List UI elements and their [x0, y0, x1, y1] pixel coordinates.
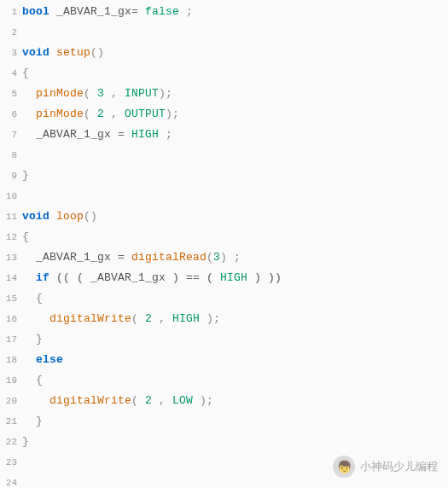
code-line: 18 else	[0, 350, 448, 370]
code-line: 17 }	[0, 329, 448, 350]
line-number: 12	[0, 227, 22, 247]
line-number: 14	[0, 268, 22, 288]
code-line: 14 if (( ( _ABVAR_1_gx ) == ( HIGH ) ))	[0, 268, 448, 288]
line-number: 4	[0, 63, 22, 84]
code-line: 9}	[0, 166, 448, 186]
line-number: 24	[0, 473, 22, 488]
code-line: 3void setup()	[0, 43, 448, 63]
code-text: {	[22, 370, 43, 391]
line-number: 7	[0, 125, 22, 145]
line-number: 9	[0, 166, 22, 186]
line-number: 16	[0, 309, 22, 329]
code-line: 22}	[0, 432, 448, 452]
line-number: 1	[0, 2, 22, 22]
line-number: 18	[0, 350, 22, 370]
code-text: digitalWrite( 2 , LOW );	[22, 391, 213, 411]
code-line: 13 _ABVAR_1_gx = digitalRead(3) ;	[0, 247, 448, 268]
code-text: {	[22, 63, 29, 84]
line-number: 21	[0, 411, 22, 432]
code-text: }	[22, 411, 43, 432]
code-line: 16 digitalWrite( 2 , HIGH );	[0, 309, 448, 329]
code-line: 11void loop()	[0, 206, 448, 227]
line-number: 2	[0, 22, 22, 43]
line-number: 17	[0, 329, 22, 350]
code-text: void loop()	[22, 206, 97, 227]
watermark-icon: 👦	[333, 456, 355, 478]
code-text: else	[22, 350, 63, 370]
code-editor: 1bool _ABVAR_1_gx= false ;23void setup()…	[0, 0, 448, 488]
line-number: 15	[0, 288, 22, 309]
line-number: 11	[0, 206, 22, 227]
code-text: pinMode( 3 , INPUT);	[22, 84, 172, 104]
line-number: 10	[0, 186, 22, 206]
code-line: 7 _ABVAR_1_gx = HIGH ;	[0, 125, 448, 145]
code-line: 21 }	[0, 411, 448, 432]
line-number: 13	[0, 247, 22, 268]
code-text: digitalWrite( 2 , HIGH );	[22, 309, 220, 329]
code-text: if (( ( _ABVAR_1_gx ) == ( HIGH ) ))	[22, 268, 282, 288]
code-line: 2	[0, 22, 448, 43]
code-line: 1bool _ABVAR_1_gx= false ;	[0, 2, 448, 22]
line-number: 5	[0, 84, 22, 104]
code-line: 12{	[0, 227, 448, 247]
code-text: void setup()	[22, 43, 104, 63]
code-line: 20 digitalWrite( 2 , LOW );	[0, 391, 448, 411]
code-line: 6 pinMode( 2 , OUTPUT);	[0, 104, 448, 125]
code-line: 5 pinMode( 3 , INPUT);	[0, 84, 448, 104]
code-text: }	[22, 166, 29, 186]
code-text: {	[22, 288, 43, 309]
line-number: 20	[0, 391, 22, 411]
code-line: 19 {	[0, 370, 448, 391]
code-line: 15 {	[0, 288, 448, 309]
line-number: 3	[0, 43, 22, 63]
watermark: 👦 小神码少儿编程	[333, 456, 438, 478]
code-text: bool _ABVAR_1_gx= false ;	[22, 2, 193, 22]
line-number: 6	[0, 104, 22, 125]
code-text: _ABVAR_1_gx = HIGH ;	[22, 125, 172, 145]
code-text: }	[22, 329, 43, 350]
code-text: {	[22, 227, 29, 247]
line-number: 8	[0, 145, 22, 166]
line-number: 23	[0, 452, 22, 473]
code-text: _ABVAR_1_gx = digitalRead(3) ;	[22, 247, 241, 268]
code-line: 4{	[0, 63, 448, 84]
watermark-text: 小神码少儿编程	[360, 459, 438, 474]
line-number: 19	[0, 370, 22, 391]
code-line: 10	[0, 186, 448, 206]
code-text: }	[22, 432, 29, 452]
code-text: pinMode( 2 , OUTPUT);	[22, 104, 179, 125]
line-number: 22	[0, 432, 22, 452]
code-line: 8	[0, 145, 448, 166]
